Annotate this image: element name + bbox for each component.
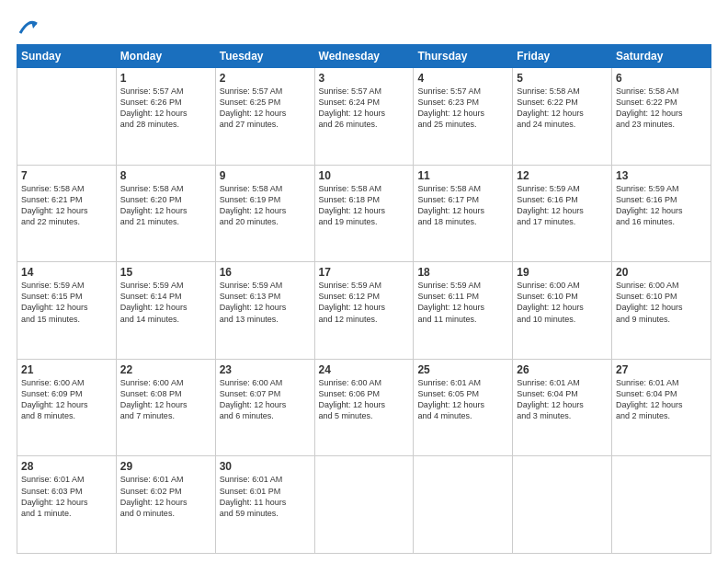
calendar-cell: 27Sunrise: 6:01 AM Sunset: 6:04 PM Dayli… [612, 359, 711, 456]
day-info: Sunrise: 5:57 AM Sunset: 6:25 PM Dayligh… [220, 86, 311, 131]
calendar-cell: 18Sunrise: 5:59 AM Sunset: 6:11 PM Dayli… [414, 262, 513, 360]
day-number: 7 [21, 169, 112, 182]
calendar-cell: 5Sunrise: 5:58 AM Sunset: 6:22 PM Daylig… [513, 68, 612, 166]
calendar-cell [17, 68, 117, 166]
day-number: 9 [220, 169, 311, 182]
day-info: Sunrise: 5:58 AM Sunset: 6:22 PM Dayligh… [616, 86, 707, 131]
day-info: Sunrise: 6:01 AM Sunset: 6:02 PM Dayligh… [120, 474, 211, 519]
day-number: 17 [319, 266, 410, 279]
calendar-cell: 14Sunrise: 5:59 AM Sunset: 6:15 PM Dayli… [17, 262, 117, 360]
calendar-cell: 30Sunrise: 6:01 AM Sunset: 6:01 PM Dayli… [215, 456, 314, 554]
day-info: Sunrise: 5:58 AM Sunset: 6:21 PM Dayligh… [21, 183, 112, 228]
day-info: Sunrise: 6:01 AM Sunset: 6:03 PM Dayligh… [21, 474, 112, 519]
logo-icon [18, 17, 39, 37]
weekday-header-row: SundayMondayTuesdayWednesdayThursdayFrid… [17, 45, 711, 68]
day-number: 2 [220, 72, 311, 85]
calendar-cell: 19Sunrise: 6:00 AM Sunset: 6:10 PM Dayli… [513, 262, 612, 360]
day-info: Sunrise: 5:59 AM Sunset: 6:12 PM Dayligh… [319, 280, 410, 325]
calendar-cell: 1Sunrise: 5:57 AM Sunset: 6:26 PM Daylig… [116, 68, 215, 166]
day-info: Sunrise: 6:00 AM Sunset: 6:08 PM Dayligh… [120, 377, 211, 422]
day-number: 22 [120, 363, 211, 376]
weekday-header-saturday: Saturday [612, 45, 711, 68]
day-number: 13 [616, 169, 707, 182]
day-info: Sunrise: 5:59 AM Sunset: 6:16 PM Dayligh… [616, 183, 707, 228]
day-info: Sunrise: 5:57 AM Sunset: 6:24 PM Dayligh… [319, 86, 410, 131]
day-number: 19 [517, 266, 608, 279]
day-info: Sunrise: 5:58 AM Sunset: 6:19 PM Dayligh… [220, 183, 311, 228]
day-number: 26 [517, 363, 608, 376]
calendar-cell: 20Sunrise: 6:00 AM Sunset: 6:10 PM Dayli… [612, 262, 711, 360]
day-info: Sunrise: 5:58 AM Sunset: 6:20 PM Dayligh… [120, 183, 211, 228]
day-number: 1 [120, 72, 211, 85]
day-info: Sunrise: 5:59 AM Sunset: 6:16 PM Dayligh… [517, 183, 608, 228]
calendar-cell: 2Sunrise: 5:57 AM Sunset: 6:25 PM Daylig… [215, 68, 314, 166]
calendar-cell: 23Sunrise: 6:00 AM Sunset: 6:07 PM Dayli… [215, 359, 314, 456]
day-info: Sunrise: 6:01 AM Sunset: 6:05 PM Dayligh… [417, 377, 508, 422]
calendar-cell: 8Sunrise: 5:58 AM Sunset: 6:20 PM Daylig… [116, 165, 215, 262]
day-info: Sunrise: 5:58 AM Sunset: 6:22 PM Dayligh… [517, 86, 608, 131]
weekday-header-wednesday: Wednesday [314, 45, 414, 68]
calendar-cell: 11Sunrise: 5:58 AM Sunset: 6:17 PM Dayli… [414, 165, 513, 262]
day-info: Sunrise: 6:01 AM Sunset: 6:01 PM Dayligh… [220, 474, 311, 519]
calendar-cell [513, 456, 612, 554]
day-info: Sunrise: 5:57 AM Sunset: 6:23 PM Dayligh… [417, 86, 508, 131]
day-number: 18 [417, 266, 508, 279]
day-number: 3 [319, 72, 410, 85]
day-info: Sunrise: 6:01 AM Sunset: 6:04 PM Dayligh… [517, 377, 608, 422]
calendar-cell: 15Sunrise: 5:59 AM Sunset: 6:14 PM Dayli… [116, 262, 215, 360]
day-number: 12 [517, 169, 608, 182]
calendar-week-row: 21Sunrise: 6:00 AM Sunset: 6:09 PM Dayli… [17, 359, 711, 456]
calendar-cell: 3Sunrise: 5:57 AM Sunset: 6:24 PM Daylig… [314, 68, 414, 166]
calendar-week-row: 28Sunrise: 6:01 AM Sunset: 6:03 PM Dayli… [17, 456, 711, 554]
header [17, 17, 711, 37]
calendar-cell: 16Sunrise: 5:59 AM Sunset: 6:13 PM Dayli… [215, 262, 314, 360]
calendar-week-row: 1Sunrise: 5:57 AM Sunset: 6:26 PM Daylig… [17, 68, 711, 166]
calendar-cell: 17Sunrise: 5:59 AM Sunset: 6:12 PM Dayli… [314, 262, 414, 360]
calendar-cell: 21Sunrise: 6:00 AM Sunset: 6:09 PM Dayli… [17, 359, 117, 456]
day-info: Sunrise: 5:59 AM Sunset: 6:11 PM Dayligh… [417, 280, 508, 325]
calendar-cell: 22Sunrise: 6:00 AM Sunset: 6:08 PM Dayli… [116, 359, 215, 456]
day-info: Sunrise: 5:58 AM Sunset: 6:18 PM Dayligh… [319, 183, 410, 228]
day-info: Sunrise: 5:59 AM Sunset: 6:15 PM Dayligh… [21, 280, 112, 325]
calendar-cell: 13Sunrise: 5:59 AM Sunset: 6:16 PM Dayli… [612, 165, 711, 262]
calendar-week-row: 14Sunrise: 5:59 AM Sunset: 6:15 PM Dayli… [17, 262, 711, 360]
calendar-table: SundayMondayTuesdayWednesdayThursdayFrid… [17, 44, 711, 554]
day-number: 20 [616, 266, 707, 279]
day-number: 25 [417, 363, 508, 376]
weekday-header-thursday: Thursday [414, 45, 513, 68]
calendar-cell [612, 456, 711, 554]
logo [17, 17, 39, 37]
day-number: 8 [120, 169, 211, 182]
day-info: Sunrise: 5:59 AM Sunset: 6:13 PM Dayligh… [220, 280, 311, 325]
day-number: 27 [616, 363, 707, 376]
day-number: 11 [417, 169, 508, 182]
day-number: 6 [616, 72, 707, 85]
day-number: 4 [417, 72, 508, 85]
day-info: Sunrise: 6:00 AM Sunset: 6:07 PM Dayligh… [220, 377, 311, 422]
calendar-cell: 25Sunrise: 6:01 AM Sunset: 6:05 PM Dayli… [414, 359, 513, 456]
calendar-cell: 29Sunrise: 6:01 AM Sunset: 6:02 PM Dayli… [116, 456, 215, 554]
day-info: Sunrise: 5:57 AM Sunset: 6:26 PM Dayligh… [120, 86, 211, 131]
calendar-cell: 9Sunrise: 5:58 AM Sunset: 6:19 PM Daylig… [215, 165, 314, 262]
day-number: 24 [319, 363, 410, 376]
day-info: Sunrise: 5:58 AM Sunset: 6:17 PM Dayligh… [417, 183, 508, 228]
calendar-cell: 6Sunrise: 5:58 AM Sunset: 6:22 PM Daylig… [612, 68, 711, 166]
day-number: 21 [21, 363, 112, 376]
day-number: 10 [319, 169, 410, 182]
calendar-cell: 10Sunrise: 5:58 AM Sunset: 6:18 PM Dayli… [314, 165, 414, 262]
day-info: Sunrise: 6:00 AM Sunset: 6:10 PM Dayligh… [517, 280, 608, 325]
calendar-cell [414, 456, 513, 554]
calendar-cell: 24Sunrise: 6:00 AM Sunset: 6:06 PM Dayli… [314, 359, 414, 456]
weekday-header-sunday: Sunday [17, 45, 117, 68]
page: SundayMondayTuesdayWednesdayThursdayFrid… [0, 0, 728, 563]
calendar-cell [314, 456, 414, 554]
day-info: Sunrise: 5:59 AM Sunset: 6:14 PM Dayligh… [120, 280, 211, 325]
day-number: 16 [220, 266, 311, 279]
calendar-cell: 26Sunrise: 6:01 AM Sunset: 6:04 PM Dayli… [513, 359, 612, 456]
calendar-cell: 4Sunrise: 5:57 AM Sunset: 6:23 PM Daylig… [414, 68, 513, 166]
day-number: 30 [220, 460, 311, 473]
calendar-cell: 28Sunrise: 6:01 AM Sunset: 6:03 PM Dayli… [17, 456, 117, 554]
day-number: 14 [21, 266, 112, 279]
weekday-header-monday: Monday [116, 45, 215, 68]
calendar-cell: 12Sunrise: 5:59 AM Sunset: 6:16 PM Dayli… [513, 165, 612, 262]
